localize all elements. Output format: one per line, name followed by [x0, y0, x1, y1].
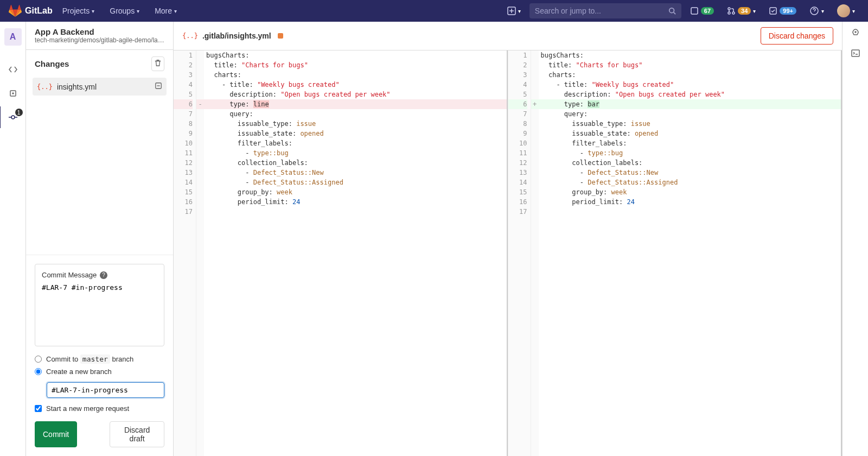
new-menu[interactable]: ▾: [503, 7, 525, 15]
brand-text: GitLab: [25, 6, 53, 16]
project-path: tech-marketing/demos/gitlab-agile-demo/l…: [35, 36, 164, 44]
nav-merge-requests[interactable]: 34 ▾: [723, 7, 760, 15]
chevron-down-icon: ▾: [753, 8, 756, 14]
file-tab-bar: {..} .gitlab/insights.yml Discard change…: [174, 22, 842, 50]
new-branch-name-input[interactable]: [47, 382, 164, 398]
help-icon: [809, 6, 819, 16]
rocket-icon: [851, 28, 860, 38]
rail-review[interactable]: [2, 83, 24, 104]
commit-form: Commit Message ? Commit to master branch…: [26, 255, 173, 456]
changes-header: Changes: [26, 50, 173, 78]
commit-message-box: Commit Message ?: [35, 264, 164, 346]
todos-count: 99+: [780, 7, 796, 15]
changed-files-list: {..} insights.yml: [26, 78, 173, 96]
nav-todos[interactable]: 99+: [764, 7, 801, 15]
start-mr-checkbox[interactable]: [35, 405, 42, 412]
commit-button[interactable]: Commit: [35, 421, 77, 447]
file-tab[interactable]: {..} .gitlab/insights.yml: [182, 31, 283, 40]
gitlab-logo[interactable]: GitLab: [9, 4, 53, 17]
chevron-down-icon: ▾: [174, 8, 177, 14]
svg-point-4: [728, 12, 730, 14]
terminal-button[interactable]: [851, 48, 860, 60]
changes-count-badge: 1: [15, 109, 23, 116]
create-new-branch-option[interactable]: Create a new branch: [35, 365, 164, 378]
chevron-down-icon: ▾: [518, 8, 521, 14]
plus-square-icon: [507, 7, 516, 15]
nav-user-menu[interactable]: ▾: [833, 4, 859, 17]
new-branch-radio[interactable]: [35, 368, 42, 375]
commit-panel: App A Backend tech-marketing/demos/gitla…: [26, 22, 174, 456]
file-name: insights.yml: [57, 83, 150, 91]
discard-all-button[interactable]: [151, 56, 164, 71]
start-mr-option[interactable]: Start a new merge request: [35, 402, 164, 415]
todos-icon: [769, 7, 777, 15]
global-search[interactable]: [529, 3, 681, 18]
project-avatar: A: [4, 28, 22, 46]
svg-point-1: [669, 8, 674, 13]
rail-project[interactable]: A: [2, 26, 24, 48]
tanuki-icon: [9, 4, 22, 17]
svg-point-3: [728, 8, 730, 10]
project-header: App A Backend tech-marketing/demos/gitla…: [26, 22, 173, 50]
commit-to-master-option[interactable]: Commit to master branch: [35, 353, 164, 365]
commit-message-label: Commit Message ?: [42, 271, 157, 279]
rail-edit[interactable]: [2, 59, 24, 80]
project-name: App A Backend: [35, 27, 164, 36]
search-input[interactable]: [535, 7, 664, 15]
discard-draft-button[interactable]: Discard draft: [110, 421, 164, 447]
svg-rect-2: [691, 8, 698, 14]
diff-left: 1234567891011121314151617 - bugsCharts: …: [174, 50, 508, 456]
diff-view[interactable]: 1234567891011121314151617 - bugsCharts: …: [174, 50, 842, 456]
review-icon: [9, 89, 17, 98]
svg-point-9: [12, 93, 14, 94]
svg-point-5: [732, 12, 735, 14]
changed-file-item[interactable]: {..} insights.yml: [33, 78, 167, 96]
pipelines-button[interactable]: [851, 28, 860, 40]
unstage-icon: [155, 82, 162, 90]
commit-message-input[interactable]: [42, 283, 157, 338]
yaml-file-icon: {..}: [37, 83, 53, 91]
right-rail: [842, 22, 868, 456]
terminal-icon: [851, 48, 860, 58]
modified-indicator-icon: [278, 33, 283, 39]
merge-request-icon: [727, 7, 736, 15]
activity-rail: A 1: [0, 22, 26, 456]
commit-master-radio[interactable]: [35, 356, 42, 363]
svg-rect-13: [852, 50, 859, 56]
top-nav: GitLab Projects▾ Groups▾ More▾ ▾ 67 34 ▾…: [0, 0, 868, 22]
chevron-down-icon: ▾: [92, 8, 94, 14]
nav-more[interactable]: More▾: [149, 7, 182, 15]
nav-groups[interactable]: Groups▾: [104, 7, 145, 15]
chevron-down-icon: ▾: [821, 8, 824, 14]
changes-title: Changes: [35, 59, 69, 68]
discard-changes-button[interactable]: Discard changes: [761, 27, 833, 45]
search-icon: [668, 7, 676, 15]
nav-projects[interactable]: Projects▾: [57, 7, 100, 15]
svg-point-10: [11, 116, 15, 119]
issues-icon: [690, 7, 699, 15]
chevron-down-icon: ▾: [852, 8, 855, 14]
nav-issues[interactable]: 67: [686, 7, 718, 15]
user-avatar: [837, 4, 850, 17]
mr-count: 34: [738, 7, 751, 15]
svg-point-12: [855, 31, 856, 33]
yaml-file-icon: {..}: [182, 32, 198, 40]
issues-count: 67: [701, 7, 714, 15]
editor-area: {..} .gitlab/insights.yml Discard change…: [174, 22, 842, 456]
rail-commit[interactable]: 1: [0, 106, 25, 128]
chevron-down-icon: ▾: [137, 8, 139, 14]
file-path: .gitlab/insights.yml: [202, 31, 271, 40]
nav-help[interactable]: ▾: [805, 6, 828, 16]
help-icon[interactable]: ?: [100, 271, 107, 279]
unstage-button[interactable]: [155, 82, 162, 91]
trash-icon: [154, 59, 162, 67]
code-icon: [8, 65, 18, 74]
diff-right: 1234567891011121314151617 + bugsCharts: …: [508, 50, 843, 456]
